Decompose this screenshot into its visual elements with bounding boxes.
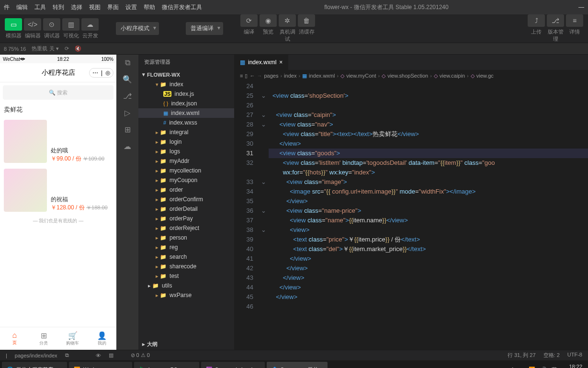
cloud-icon[interactable]: ☁ [124,142,131,151]
sim-tab[interactable]: 🛒购物车 [58,327,88,350]
tree-item[interactable]: ▸ 📁logs [138,147,234,156]
tree-item[interactable]: ▸ 📁orderDetail [138,204,234,214]
clear-cache-button[interactable]: 🗑 [298,14,315,27]
sim-tab[interactable]: ⊞分类 [29,327,58,350]
minimize-icon[interactable]: — [578,4,584,11]
files-icon[interactable]: ⧉ [125,58,130,67]
bookmark-icon[interactable]: ▯ [245,73,248,79]
tree-item[interactable]: #index.wxss [138,118,234,127]
tree-item[interactable]: ▸ 📁order [138,185,234,195]
tree-item[interactable]: ▸ 📁orderConfirm [138,195,234,204]
breadcrumb-item[interactable]: index [284,73,296,79]
git-icon[interactable]: ⎇ [123,92,132,101]
sim-product[interactable]: 的祝福￥128.00 / 份 ￥188.00 [0,166,116,215]
breadcrumb-item[interactable]: pages [264,73,278,79]
taskbar-item[interactable]: 🟧Workspace - qua... [69,362,132,368]
debug-icon[interactable]: ▷ [124,108,130,117]
editor-button[interactable]: </> [24,18,41,31]
menu-item[interactable]: 视图 [89,3,101,12]
breadcrumb-item[interactable]: view.caipin [440,73,465,79]
forward-icon[interactable]: → [257,73,262,79]
sim-capsule[interactable]: ⋯ | ◎ [89,68,113,78]
volume-icon[interactable]: 🔊 [540,367,547,368]
path-info[interactable]: pages/index/index [15,353,57,358]
breadcrumb-item[interactable]: index.wxml [309,73,335,79]
tree-item[interactable]: ▸ 📁login [138,137,234,147]
breadcrumb-item[interactable]: view.gc [476,73,494,79]
menu-item[interactable]: 件 [4,3,10,12]
tree-item[interactable]: ▸ 📁myAddr [138,156,234,166]
breadcrumb-item[interactable]: view.myCont [346,73,376,79]
capsule-close-icon[interactable]: ◎ [105,69,110,76]
tree-item[interactable]: { }index.json [138,99,234,108]
menu-item[interactable]: 微信开发者工具 [162,3,202,12]
tree-item[interactable]: ▸ 📁mycollection [138,166,234,175]
menu-item[interactable]: 工具 [34,3,46,12]
tree-item[interactable]: ▸ 📁test [138,271,234,281]
tree-item[interactable]: ▸ 📁person [138,233,234,242]
tree-item[interactable]: ▸ 📁wxParse [138,290,234,300]
back-icon[interactable]: ← [249,73,255,79]
tree-item[interactable]: ▦index.wxml [138,108,234,118]
refresh-icon[interactable]: ⟳ [65,46,69,52]
tree-item[interactable]: ▸ 📁search [138,252,234,262]
cloud-tray-icon[interactable]: ☁ [519,367,524,368]
detail-button[interactable]: ≡ [566,14,583,27]
simulator-button[interactable]: ▭ [5,18,22,31]
code-editor[interactable]: 2425262728293031323334353637383940414243… [234,81,588,350]
extensions-icon[interactable]: ⊞ [124,125,131,134]
menu-item[interactable]: 设置 [125,3,137,12]
split-icon[interactable]: ▥ [109,352,113,358]
sim-tab[interactable]: ⌂页 [0,327,29,350]
tree-item[interactable]: ▾ 📁index [138,80,234,89]
device-debug-button[interactable]: ✲ [279,14,296,27]
upload-button[interactable]: ⤴ [528,14,545,27]
mute-icon[interactable]: 🔇 [75,46,81,52]
taskbar-item[interactable]: 🟪flower-admin – lo... [201,362,265,368]
taskbar-item[interactable]: 🦎banners @flower ... [134,362,199,368]
visibility-icon[interactable]: 👁 [96,353,101,358]
preview-button[interactable]: ◉ [260,14,277,27]
copy-icon[interactable]: ⧉ [65,352,69,358]
search-icon[interactable]: 🔍 [123,75,132,84]
encoding-info[interactable]: UTF-8 [567,352,582,359]
sim-search[interactable]: 🔍 搜索 [3,85,113,100]
version-button[interactable]: ⎇ [547,14,564,27]
outline-section[interactable]: ▸ 大纲 [138,339,234,350]
breadcrumb[interactable]: ≡ ▯ ← → pages›index›▦ index.wxml›◇ view.… [234,70,588,81]
capsule-menu-icon[interactable]: ⋯ [92,69,98,76]
zoom-info[interactable]: 8 75% 16 [4,46,26,52]
menu-item[interactable]: 编辑 [16,3,28,12]
breadcrumb-item[interactable]: view.shopSection [387,73,428,79]
mode-select[interactable]: 小程序模式 [116,22,159,35]
tree-item[interactable]: ▸ 📁myCoupon [138,175,234,185]
sim-tab[interactable]: 👤我的 [87,327,116,350]
wifi-icon[interactable]: 📶 [529,367,535,368]
menu-item[interactable]: 界面 [107,3,119,12]
tree-item[interactable]: ▸ 📁sharecode [138,262,234,271]
hot-reload-toggle[interactable]: 热重载 关 ▾ [32,45,58,52]
tree-item[interactable]: ▸ 📁utils [138,281,234,290]
tree-item[interactable]: ▸ 📁integral [138,127,234,137]
cursor-position[interactable]: 行 31, 列 27 [508,352,536,359]
close-tab-icon[interactable]: × [279,59,283,66]
nav-icon[interactable]: ≡ [240,73,243,79]
cloud-button[interactable]: ☁ [81,18,99,31]
tree-item[interactable]: ▸ 📁orderReject [138,223,234,233]
ime-indicator[interactable]: 英 [552,366,557,368]
menu-item[interactable]: 帮助 [144,3,155,12]
taskbar-item[interactable]: 🌐微信小程序花店 - ... [2,362,67,368]
compile-mode-select[interactable]: 普通编译 [186,22,223,35]
menu-item[interactable]: 转到 [53,3,64,12]
debugger-button[interactable]: ⊙ [43,18,60,31]
problems-info[interactable]: ⊘ 0 ⚠ 0 [131,352,150,358]
tree-item[interactable]: ▸ 📁orderPay [138,214,234,223]
compile-button[interactable]: ⟳ [240,14,258,27]
indent-info[interactable]: 空格: 2 [543,352,560,359]
taskbar-item[interactable]: 🔷flower-wx - 微信... [267,362,328,368]
menu-item[interactable]: 选择 [71,3,82,12]
tree-item[interactable]: JSindex.js [138,89,234,99]
clock-time[interactable]: 18:22 [562,364,582,368]
visualize-button[interactable]: ▥ [62,18,79,31]
tab-index-wxml[interactable]: ▦ index.wxml × [234,55,289,70]
